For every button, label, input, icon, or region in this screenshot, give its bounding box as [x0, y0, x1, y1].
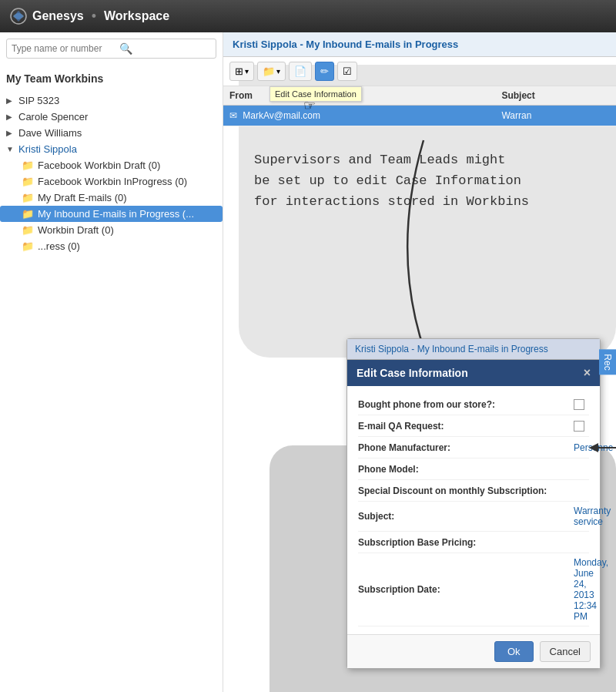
ok-button[interactable]: Ok: [494, 641, 534, 662]
right-panel: Kristi Sippola - My Inbound E-mails in P…: [223, 32, 616, 692]
folder-icon-workbin-draft: 📁: [22, 224, 34, 236]
sidebar-item-fb-draft[interactable]: 📁 Facebook Workbin Draft (0): [0, 157, 223, 173]
field-row-special-discount: Special Discount on monthly Subscription…: [358, 480, 589, 502]
folder-icon-tb: 📁: [263, 66, 275, 77]
check-icon: ☑: [343, 66, 352, 77]
sidebar-item-my-draft[interactable]: 📁 My Draft E-mails (0): [0, 190, 223, 206]
sidebar-item-sip5323[interactable]: ▶ SIP 5323: [0, 92, 223, 109]
main-container: 🔍 My Team Workbins ▶ SIP 5323 ▶ Carole S…: [0, 32, 616, 692]
dialog-body: Bought phone from our store?: E-mail QA …: [347, 386, 600, 634]
genesys-logo-icon: [9, 7, 28, 25]
folder-dropdown-icon: ▾: [276, 67, 280, 76]
sidebar-item-kristi[interactable]: ▼ Kristi Sippola: [0, 141, 223, 157]
annotation-text: Supervisors and Team Leads might be set …: [254, 149, 529, 213]
dialog-tab-bar: Kristi Sippola - My Inbound E-mails in P…: [347, 339, 600, 360]
email-from-value: MarkAv@mail.com: [243, 110, 320, 121]
sidebar-item-fb-inprogress-label: Facebook Workbin InProgress (0): [38, 176, 187, 187]
field-label-email-qa: E-mail QA Request:: [358, 421, 574, 432]
sidebar: 🔍 My Team Workbins ▶ SIP 5323 ▶ Carole S…: [0, 32, 223, 692]
sidebar-item-kristi-label: Kristi Sippola: [18, 143, 77, 155]
field-label-sub-pricing: Subscription Base Pricing:: [358, 537, 574, 548]
panel-header: Kristi Sippola - My Inbound E-mails in P…: [223, 32, 616, 57]
field-label-sub-date: Subscription Date:: [358, 584, 574, 595]
search-icon[interactable]: 🔍: [119, 42, 132, 55]
sidebar-item-my-inbound[interactable]: 📁 My Inbound E-mails in Progress (...: [0, 206, 223, 222]
dialog-title: Edit Case Information: [357, 367, 468, 379]
field-row-subject: Subject: Warranty service: [358, 502, 589, 532]
email-from-cell: ✉ MarkAv@mail.com: [223, 106, 495, 126]
top-bar: Genesys • Workspace: [0, 0, 616, 32]
separator: •: [92, 8, 96, 25]
col-subject: Subject: [495, 86, 616, 106]
sidebar-item-dave-label: Dave Williams: [18, 127, 82, 139]
folder-icon-my-draft: 📁: [22, 192, 34, 203]
edit-icon: ✏: [320, 66, 329, 77]
field-value-subject: Warranty service: [574, 506, 611, 527]
collapse-arrow-sip5323: ▶: [6, 96, 15, 105]
field-row-sub-date: Subscription Date: Monday, June 24, 2013…: [358, 553, 589, 626]
dialog-header: Edit Case Information ×: [347, 360, 600, 386]
field-row-email-qa: E-mail QA Request:: [358, 415, 589, 437]
sidebar-item-sip5323-label: SIP 5323: [18, 95, 59, 106]
sidebar-item-ress[interactable]: 📁 ...ress (0): [0, 238, 223, 254]
sidebar-item-ress-label: ...ress (0): [38, 240, 80, 252]
folder-icon-ress: 📁: [22, 240, 34, 252]
sidebar-item-workbin-draft[interactable]: 📁 Workbin Draft (0): [0, 222, 223, 238]
sidebar-item-my-inbound-label: My Inbound E-mails in Progress (...: [38, 208, 194, 220]
field-value-sub-date: Monday, June 24, 2013 12:34 PM: [574, 557, 608, 622]
edit-case-dialog: Kristi Sippola - My Inbound E-mails in P…: [346, 338, 601, 669]
folder-icon-fb-draft: 📁: [22, 160, 34, 171]
table-row[interactable]: ✉ MarkAv@mail.com Warran: [223, 106, 616, 126]
sidebar-item-dave[interactable]: ▶ Dave Williams: [0, 125, 223, 141]
dialog-close-button[interactable]: ×: [584, 366, 591, 380]
toolbar-btn-folder[interactable]: 📁 ▾: [257, 62, 286, 81]
group-icon: ⊞: [235, 66, 243, 77]
sidebar-item-my-draft-label: My Draft E-mails (0): [38, 192, 127, 203]
field-label-special-discount: Special Discount on monthly Subscription…: [358, 485, 574, 496]
sidebar-item-fb-draft-label: Facebook Workbin Draft (0): [38, 160, 160, 171]
field-checkbox-email-qa[interactable]: [574, 421, 584, 432]
sidebar-item-carole-label: Carole Spencer: [18, 111, 88, 123]
toolbar-btn-edit[interactable]: ✏: [315, 62, 334, 81]
workspace-label: Workspace: [104, 9, 169, 23]
email-subject-cell: Warran: [495, 106, 616, 126]
sidebar-item-carole[interactable]: ▶ Carole Spencer: [0, 109, 223, 125]
toolbar-btn-group[interactable]: ⊞ ▾: [229, 62, 254, 81]
genesys-logo: Genesys: [9, 7, 84, 25]
field-label-subject: Subject:: [358, 511, 574, 522]
field-checkbox-bought-phone[interactable]: [574, 399, 584, 410]
small-arrow: [586, 436, 616, 459]
collapse-arrow-dave: ▶: [6, 129, 15, 137]
field-row-phone-manufacturer: Phone Manufacturer: Personne: [358, 437, 589, 459]
collapse-arrow-carole: ▶: [6, 113, 15, 121]
tooltip-edit-case: Edit Case Information: [270, 86, 362, 102]
sidebar-item-fb-inprogress[interactable]: 📁 Facebook Workbin InProgress (0): [0, 173, 223, 190]
group-dropdown-icon: ▾: [245, 67, 249, 76]
field-label-bought-phone: Bought phone from our store?:: [358, 399, 574, 410]
field-row-bought-phone: Bought phone from our store?:: [358, 394, 589, 415]
cancel-button[interactable]: Cancel: [540, 641, 591, 662]
top-panel-wrapper: Kristi Sippola - My Inbound E-mails in P…: [223, 32, 616, 126]
email-status-icon: ✉: [229, 110, 237, 121]
doc-icon: 📄: [294, 66, 306, 77]
field-row-sub-pricing: Subscription Base Pricing:: [358, 532, 589, 553]
search-input[interactable]: [12, 43, 119, 54]
collapse-arrow-kristi: ▼: [6, 145, 15, 153]
folder-icon-fb-inprogress: 📁: [22, 176, 34, 187]
field-label-phone-manufacturer: Phone Manufacturer:: [358, 442, 574, 453]
right-panel-label: Rec: [599, 349, 616, 375]
toolbar: ⊞ ▾ 📁 ▾ 📄 ✏ ☑ Edit Case Information: [223, 57, 616, 86]
section-title: My Team Workbins: [0, 68, 223, 89]
logo-text: Genesys: [32, 9, 84, 23]
folder-icon-my-inbound: 📁: [22, 208, 34, 220]
field-row-phone-model: Phone Model:: [358, 459, 589, 480]
toolbar-btn-check[interactable]: ☑: [337, 62, 357, 81]
search-bar[interactable]: 🔍: [6, 39, 216, 59]
dialog-footer: Ok Cancel: [347, 634, 600, 668]
sidebar-item-workbin-draft-label: Workbin Draft (0): [38, 224, 114, 236]
toolbar-btn-doc[interactable]: 📄: [289, 62, 312, 81]
field-label-phone-model: Phone Model:: [358, 464, 574, 475]
